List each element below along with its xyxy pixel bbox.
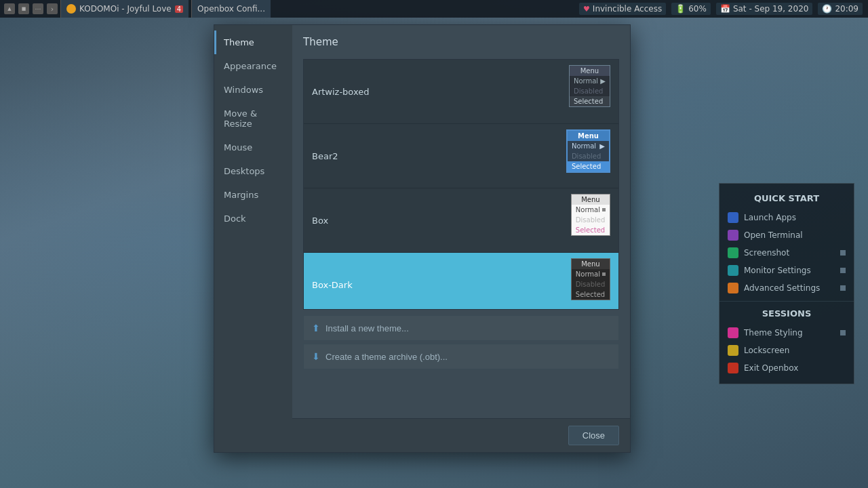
monitor-settings-label: Monitor Settings (744, 266, 835, 275)
wm-icon-square[interactable] (18, 3, 29, 14)
screenshot-dot (840, 250, 846, 256)
vpn-label: Invincible Access (593, 4, 662, 14)
taskbar-left: KODOMOi - Joyful Love 4 Openbox Confi... (0, 0, 275, 18)
theme-item-box-dark[interactable]: Box-Dark Menu Normal Disabled Selected (304, 253, 618, 310)
mini-menu-bear2-box: Menu Normal ▶ Disabled Selected (566, 129, 610, 173)
launch-apps-label: Launch Apps (744, 213, 846, 222)
sidebar-item-dock[interactable]: Dock (214, 207, 292, 230)
date-label: Sat - Sep 19, 2020 (733, 4, 809, 14)
theme-preview-bear2: Menu Normal ▶ Disabled Selected (566, 129, 610, 173)
theme-name-artwiz: Artwiz-boxed (312, 87, 610, 97)
sessions-title: SESSIONS (719, 306, 854, 324)
archive-icon: ⬇ (312, 351, 320, 362)
qs-screenshot[interactable]: Screenshot (719, 244, 854, 262)
battery-icon: 🔋 (675, 4, 686, 14)
monitor-settings-icon (728, 265, 738, 276)
theme-styling-icon (728, 327, 738, 338)
launch-apps-icon (728, 212, 738, 223)
archive-label: Create a theme archive (.obt)... (326, 352, 448, 362)
taskbar-right: ♥ Invincible Access 🔋 60% 📅 Sat - Sep 19… (579, 3, 868, 15)
theme-item-bear2[interactable]: Bear2 Menu Normal ▶ Disabled Selected (304, 124, 618, 188)
qs-divider (719, 301, 854, 302)
create-archive-button[interactable]: ⬇ Create a theme archive (.obt)... (303, 344, 619, 369)
qs-advanced-settings[interactable]: Advanced Settings (719, 279, 854, 297)
exit-openbox-icon (728, 363, 738, 373)
close-button[interactable]: Close (568, 426, 619, 445)
theme-preview-box-dark: Menu Normal Disabled Selected (571, 258, 610, 300)
taskbar-app-music[interactable]: KODOMOi - Joyful Love 4 (60, 0, 189, 18)
tray-battery[interactable]: 🔋 60% (671, 3, 711, 15)
open-terminal-icon (728, 230, 738, 241)
open-terminal-label: Open Terminal (744, 230, 846, 240)
battery-label: 60% (688, 4, 707, 14)
theme-item-artwiz[interactable]: Artwiz-boxed Menu Normal ▶ Disabled Sele… (304, 60, 618, 124)
sidebar-item-mouse[interactable]: Mouse (214, 136, 292, 159)
lockscreen-icon (728, 345, 738, 356)
theme-preview-box: Menu Normal Disabled Selected (571, 194, 610, 236)
dialog-content-area: Theme Artwiz-boxed Menu Normal ▶ Disable… (292, 25, 630, 418)
qs-launch-apps[interactable]: Launch Apps (719, 209, 854, 226)
dialog-actions: ⬆ Install a new theme... ⬇ Create a them… (303, 310, 619, 369)
wm-icon-dots[interactable] (33, 3, 43, 14)
dialog-section-title: Theme (303, 36, 619, 48)
music-app-icon (66, 4, 76, 14)
sidebar-item-appearance[interactable]: Appearance (214, 54, 292, 78)
theme-styling-dot (840, 330, 846, 336)
tray-clock: 📅 Sat - Sep 19, 2020 (716, 3, 813, 15)
calendar-icon: 📅 (720, 4, 730, 14)
advanced-dot (840, 285, 846, 291)
taskbar-app-openbox[interactable]: Openbox Confi... (191, 0, 271, 18)
sidebar-item-windows[interactable]: Windows (214, 78, 292, 102)
sidebar-item-theme[interactable]: Theme (214, 30, 292, 54)
qs-monitor-settings[interactable]: Monitor Settings (719, 262, 854, 279)
quick-start-title: QUICK START (719, 190, 854, 209)
vpn-icon: ♥ (583, 5, 590, 14)
sidebar-item-margins[interactable]: Margins (214, 183, 292, 207)
music-app-title: KODOMOi - Joyful Love (79, 4, 172, 14)
exit-openbox-label: Exit Openbox (744, 363, 846, 373)
config-sidebar: Theme Appearance Windows Move & Resize M… (214, 25, 292, 452)
qs-open-terminal[interactable]: Open Terminal (719, 226, 854, 244)
sidebar-item-desktops[interactable]: Desktops (214, 159, 292, 183)
theme-item-box[interactable]: Box Menu Normal Disabled Selected (304, 188, 618, 253)
screenshot-label: Screenshot (744, 248, 835, 258)
advanced-settings-icon (728, 283, 738, 293)
wm-icon-chevron[interactable] (47, 3, 58, 14)
screenshot-icon (728, 247, 738, 258)
sidebar-item-move-resize[interactable]: Move & Resize (214, 102, 292, 136)
install-icon: ⬆ (312, 323, 320, 333)
wm-icon-triangle[interactable] (4, 3, 15, 14)
mini-menu-boxdark-box: Menu Normal Disabled Selected (571, 258, 610, 300)
qs-theme-styling[interactable]: Theme Styling (719, 324, 854, 342)
mini-menu-artwiz-box: Menu Normal ▶ Disabled Selected (569, 65, 610, 107)
music-app-badge: 4 (175, 5, 183, 13)
taskbar: KODOMOi - Joyful Love 4 Openbox Confi...… (0, 0, 868, 18)
theme-name-box: Box (312, 216, 610, 226)
install-theme-button[interactable]: ⬆ Install a new theme... (303, 315, 619, 341)
theme-styling-label: Theme Styling (744, 328, 835, 338)
clock-icon: 🕐 (822, 4, 832, 14)
tray-vpn[interactable]: ♥ Invincible Access (579, 3, 666, 15)
openbox-app-title: Openbox Confi... (197, 4, 265, 14)
theme-list[interactable]: Artwiz-boxed Menu Normal ▶ Disabled Sele… (303, 59, 619, 310)
theme-name-box-dark: Box-Dark (312, 280, 610, 290)
lockscreen-label: Lockscreen (744, 346, 846, 355)
quick-start-panel: QUICK START Launch Apps Open Terminal Sc… (719, 183, 854, 384)
advanced-settings-label: Advanced Settings (744, 283, 835, 293)
tray-time: 🕐 20:09 (818, 3, 863, 15)
openbox-config-dialog: Theme Appearance Windows Move & Resize M… (214, 24, 631, 453)
qs-exit-openbox[interactable]: Exit Openbox (719, 359, 854, 377)
install-label: Install a new theme... (326, 323, 409, 333)
mini-menu-box-theme-box: Menu Normal Disabled Selected (571, 194, 610, 236)
theme-preview-artwiz: Menu Normal ▶ Disabled Selected (569, 65, 610, 107)
time-label: 20:09 (835, 4, 859, 14)
taskbar-wm-icons (4, 3, 58, 14)
qs-lockscreen[interactable]: Lockscreen (719, 342, 854, 359)
monitor-dot (840, 268, 846, 273)
